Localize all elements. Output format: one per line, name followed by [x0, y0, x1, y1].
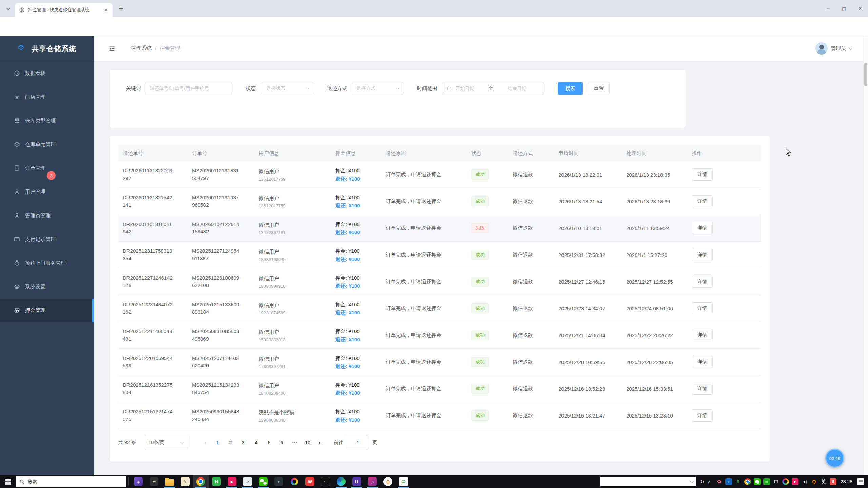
page-number[interactable]: •••	[288, 436, 301, 449]
scrollbar-track[interactable]	[863, 36, 868, 475]
user-menu[interactable]: 管理员	[815, 42, 852, 55]
page-unit-label: 页	[372, 440, 377, 446]
detail-button[interactable]: 详情	[692, 249, 713, 261]
tray-icon[interactable]: ▶	[790, 475, 800, 488]
sidebar-item[interactable]: 仓库单元管理	[0, 133, 94, 156]
taskbar-app[interactable]	[333, 475, 349, 488]
tray-icon[interactable]	[781, 475, 790, 488]
timer-fab[interactable]: 00:46	[825, 449, 844, 468]
tray-icon[interactable]: Q	[809, 475, 819, 488]
taskbar-search-input[interactable]	[27, 479, 109, 484]
taskbar-app[interactable]: ✎	[177, 475, 193, 488]
page-number[interactable]: 3	[237, 436, 250, 449]
page-number[interactable]: 10	[301, 436, 314, 449]
hidden-icons-chevron[interactable]: ∧	[708, 479, 711, 484]
sidebar-collapse-icon[interactable]	[108, 45, 116, 53]
taskbar-app[interactable]: ▶	[224, 475, 240, 488]
sidebar-item[interactable]: 用户管理	[0, 180, 94, 204]
tray-icon[interactable]: S	[828, 475, 838, 488]
detail-button[interactable]: 详情	[692, 302, 713, 314]
taskbar-search[interactable]	[16, 476, 126, 487]
date-range-label: 时间范围	[417, 85, 437, 92]
tray-icon[interactable]	[743, 475, 752, 488]
scrollbar-thumb[interactable]	[864, 63, 867, 86]
tray-icon[interactable]: ✗	[733, 475, 743, 488]
page-number[interactable]: 2	[224, 436, 237, 449]
taskbar-app[interactable]: ↗	[240, 475, 255, 488]
status-select[interactable]: 选择状态	[262, 82, 313, 95]
system-tray: ↻ ∧ ✿ ✓ ✗	[600, 475, 868, 488]
taskbar-clock[interactable]: 23:28	[841, 479, 852, 484]
tab-search-button[interactable]	[3, 4, 12, 13]
method-select[interactable]: 选择方式	[352, 82, 403, 95]
tab-close-icon[interactable]: ✕	[103, 7, 109, 13]
page-number[interactable]: 6	[275, 436, 288, 449]
sidebar-item[interactable]: 门店管理	[0, 85, 94, 109]
sidebar-item[interactable]: 押金管理	[0, 299, 94, 322]
date-range-picker[interactable]: 至	[442, 82, 544, 95]
column-header: 状态	[467, 145, 508, 161]
taskbar-app[interactable]	[193, 475, 209, 488]
start-date-input[interactable]	[455, 86, 485, 91]
tray-input-box[interactable]	[600, 477, 696, 486]
detail-button[interactable]: 详情	[692, 222, 713, 234]
process-time: 2025/12/15 13:28:10	[622, 413, 687, 419]
tray-icon[interactable]: ✓	[724, 475, 733, 488]
goto-page-input[interactable]	[347, 436, 369, 449]
refresh-icon[interactable]: ↻	[700, 479, 704, 484]
sidebar-item[interactable]: 预约上门服务管理	[0, 251, 94, 275]
keyword-input[interactable]	[145, 82, 232, 95]
prev-page-button[interactable]: ‹	[200, 436, 211, 449]
start-button[interactable]	[0, 475, 16, 488]
taskbar-app[interactable]: H	[209, 475, 224, 488]
taskbar-app[interactable]	[287, 475, 302, 488]
user-name: 浣熊不是小熊猫	[259, 409, 326, 416]
breadcrumb-root[interactable]: 管理系统	[131, 45, 152, 52]
browser-tab[interactable]: 押金管理 - 铁虎迷你仓管理系统 ✕	[15, 3, 113, 17]
page-number[interactable]: 4	[250, 436, 262, 449]
sidebar-item[interactable]: 系统设置	[0, 275, 94, 299]
detail-button[interactable]: 详情	[692, 356, 713, 368]
sidebar-item[interactable]: 管理员管理	[0, 204, 94, 227]
refund-amount: 退还: ¥100	[335, 256, 376, 263]
tray-icon[interactable]: ⧠	[771, 475, 781, 488]
taskbar-app[interactable]	[162, 475, 177, 488]
taskbar-app[interactable]: ♫	[364, 475, 380, 488]
tray-icon[interactable]	[752, 475, 762, 488]
page-number[interactable]: 5	[262, 436, 275, 449]
reset-button[interactable]: 重置	[588, 82, 610, 95]
close-button[interactable]: ✕	[852, 0, 868, 17]
notification-center-icon[interactable]	[857, 478, 864, 485]
tray-icon[interactable]: 英	[819, 475, 828, 488]
tray-icon[interactable]: ▭	[762, 475, 771, 488]
sidebar-item[interactable]: 支付记录管理	[0, 227, 94, 251]
sidebar-item[interactable]: 数据看板	[0, 61, 94, 85]
taskbar-app[interactable]: ›_	[318, 475, 333, 488]
detail-button[interactable]: 详情	[692, 409, 713, 422]
detail-button[interactable]: 详情	[692, 329, 713, 341]
taskbar-app[interactable]: ◈	[131, 475, 146, 488]
detail-button[interactable]: 详情	[692, 195, 713, 207]
search-button[interactable]: 搜索	[558, 82, 583, 95]
page-number[interactable]: 1	[211, 436, 224, 449]
new-tab-button[interactable]: +	[117, 4, 125, 13]
detail-button[interactable]: 详情	[692, 168, 713, 181]
taskbar-app[interactable]: ✳	[146, 475, 162, 488]
sidebar-item[interactable]: 仓库类型管理	[0, 109, 94, 133]
sidebar-item[interactable]: 订单管理 3	[0, 156, 94, 180]
taskbar-app[interactable]: U	[349, 475, 364, 488]
taskbar-app[interactable]: W	[302, 475, 318, 488]
minimize-button[interactable]: ─	[820, 0, 836, 17]
page-size-select[interactable]: 10条/页	[144, 436, 188, 449]
next-page-button[interactable]: ›	[314, 436, 325, 449]
maximize-button[interactable]: ▢	[836, 0, 852, 17]
detail-button[interactable]: 详情	[692, 276, 713, 288]
taskbar-app[interactable]: ▼	[271, 475, 287, 488]
tray-icon[interactable]: ◄)	[800, 475, 809, 488]
taskbar-app[interactable]: ▤	[396, 475, 411, 488]
detail-button[interactable]: 详情	[692, 383, 713, 395]
end-date-input[interactable]	[497, 86, 527, 91]
taskbar-app[interactable]	[255, 475, 271, 488]
taskbar-app[interactable]: Q	[380, 475, 396, 488]
tray-icon[interactable]: ✿	[714, 475, 724, 488]
